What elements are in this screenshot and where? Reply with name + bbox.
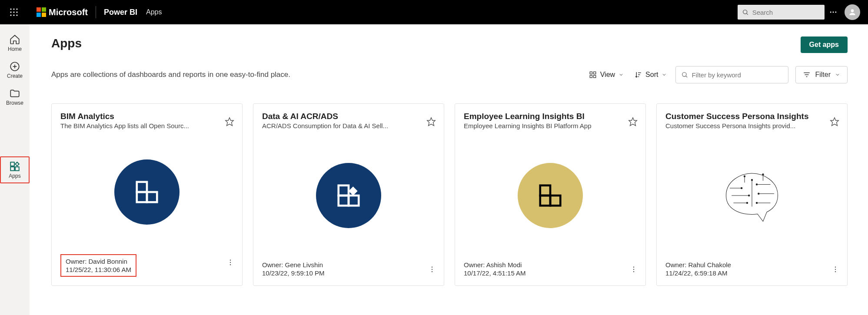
nav-home[interactable]: Home (0, 30, 30, 56)
svg-point-11 (830, 12, 831, 13)
home-icon (9, 34, 20, 45)
svg-rect-41 (339, 185, 349, 195)
favorite-icon[interactable] (426, 117, 436, 128)
svg-point-14 (851, 9, 854, 12)
svg-rect-42 (339, 196, 349, 206)
app-description: ACR/ADS Consumption for Data & AI Sell..… (262, 122, 414, 129)
svg-rect-34 (137, 182, 147, 192)
svg-point-56 (741, 187, 742, 189)
app-tile-icon (657, 129, 847, 261)
svg-point-60 (746, 202, 748, 203)
favorite-icon[interactable] (225, 117, 234, 128)
product-name[interactable]: Power BI (104, 8, 137, 17)
svg-point-53 (633, 271, 634, 272)
global-search[interactable] (738, 5, 825, 20)
get-apps-button[interactable]: Get apps (801, 36, 848, 53)
svg-line-10 (746, 13, 748, 15)
svg-marker-33 (226, 118, 233, 126)
app-card[interactable]: Data & AI ACR/ADS ACR/ADS Consumption fo… (253, 103, 444, 286)
main-content: Apps Get apps Apps are collections of da… (30, 24, 868, 315)
svg-rect-35 (137, 192, 147, 202)
svg-point-64 (756, 183, 757, 185)
svg-point-44 (432, 267, 432, 268)
app-card[interactable]: Employee Learning Insights BI Employee L… (455, 103, 646, 286)
app-tile-icon (114, 159, 180, 225)
sort-dropdown[interactable]: Sort (632, 68, 668, 81)
svg-rect-50 (550, 196, 560, 206)
svg-rect-18 (10, 162, 14, 166)
app-owner: Owner: Rahul Chakole (665, 261, 838, 269)
app-title: Data & AI ACR/ADS (262, 112, 435, 121)
svg-point-2 (16, 8, 17, 10)
app-timestamp: 10/23/22, 9:59:10 PM (262, 269, 435, 277)
card-more-icon[interactable] (226, 259, 234, 268)
filter-keyword-input[interactable] (692, 71, 783, 79)
svg-point-8 (16, 14, 17, 16)
svg-point-4 (13, 11, 14, 13)
divider (96, 6, 96, 18)
app-card[interactable]: BIM Analytics The BIM Analytics App list… (51, 103, 243, 286)
svg-point-62 (751, 179, 752, 180)
svg-point-3 (10, 11, 11, 13)
plus-circle-icon (9, 61, 20, 72)
page-title: Apps (51, 36, 82, 50)
svg-rect-22 (593, 72, 595, 74)
folder-icon (9, 88, 20, 99)
nav-apps-label: Apps (9, 173, 20, 179)
favorite-icon[interactable] (830, 117, 839, 128)
svg-point-74 (835, 269, 836, 270)
nav-home-label: Home (8, 46, 22, 52)
app-launcher-icon[interactable] (5, 3, 23, 21)
svg-point-46 (432, 271, 432, 272)
microsoft-logo-icon (37, 7, 46, 17)
filter-keyword-field[interactable] (675, 66, 788, 83)
apps-icon (9, 161, 20, 172)
svg-point-6 (10, 14, 11, 16)
more-options-icon[interactable] (825, 3, 842, 21)
svg-point-28 (682, 73, 686, 76)
svg-point-7 (13, 14, 14, 16)
svg-point-9 (743, 10, 747, 14)
favorite-icon[interactable] (628, 117, 638, 128)
svg-rect-43 (349, 196, 359, 206)
card-more-icon[interactable] (831, 265, 839, 275)
search-icon (681, 71, 688, 79)
app-timestamp: 11/25/22, 11:30:06 AM (66, 266, 131, 273)
nav-apps[interactable]: Apps (0, 156, 30, 183)
global-header: Microsoft Power BI Apps (0, 0, 868, 24)
svg-marker-40 (427, 118, 435, 126)
nav-browse-label: Browse (6, 100, 23, 106)
chevron-down-icon (662, 72, 667, 77)
svg-rect-49 (540, 196, 550, 206)
app-card[interactable]: Customer Success Persona Insights Custom… (656, 103, 848, 286)
svg-point-13 (835, 12, 836, 13)
search-input[interactable] (752, 9, 820, 16)
page-subtitle: Apps are collections of dashboards and r… (51, 70, 290, 79)
app-timestamp: 11/24/22, 6:59:18 AM (665, 269, 838, 277)
svg-rect-20 (15, 167, 19, 171)
view-dropdown[interactable]: View (587, 68, 625, 81)
chevron-down-icon (835, 72, 840, 77)
svg-point-72 (762, 173, 764, 175)
svg-point-73 (835, 267, 836, 268)
card-more-icon[interactable] (630, 265, 638, 275)
svg-rect-48 (540, 185, 550, 195)
breadcrumb[interactable]: Apps (146, 8, 162, 16)
app-owner: Owner: Ashish Modi (464, 261, 637, 269)
filter-button[interactable]: Filter (795, 66, 848, 83)
svg-rect-19 (10, 167, 14, 171)
svg-point-51 (633, 267, 634, 268)
svg-point-70 (744, 176, 745, 177)
sort-label: Sort (645, 71, 658, 79)
svg-point-1 (13, 8, 14, 10)
card-more-icon[interactable] (428, 265, 436, 275)
app-description: The BIM Analytics App lists all Open Sou… (60, 122, 213, 129)
svg-point-37 (230, 260, 231, 261)
svg-point-66 (758, 193, 759, 194)
user-avatar[interactable] (845, 4, 860, 20)
nav-browse[interactable]: Browse (0, 84, 30, 109)
view-label: View (600, 71, 615, 79)
nav-create[interactable]: Create (0, 57, 30, 83)
sort-icon (634, 71, 642, 79)
app-card-grid: BIM Analytics The BIM Analytics App list… (51, 103, 848, 286)
